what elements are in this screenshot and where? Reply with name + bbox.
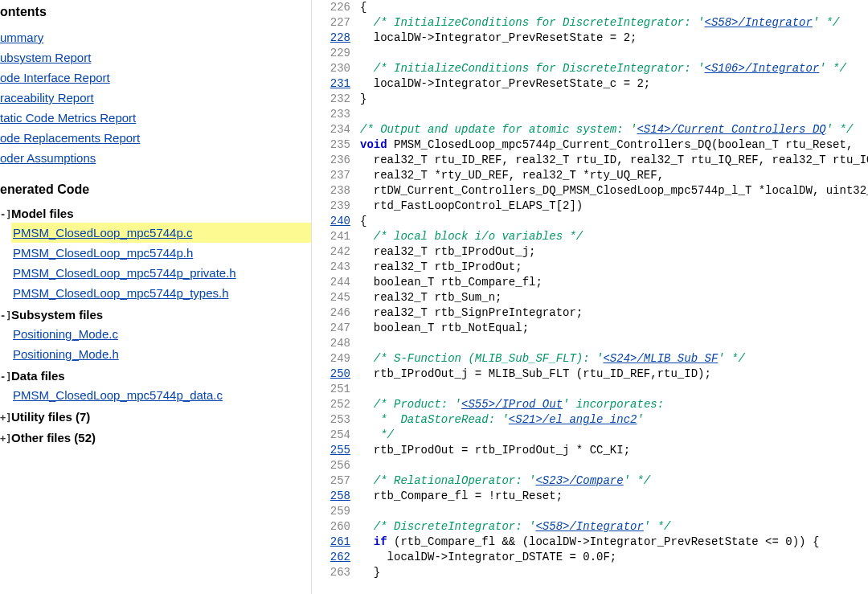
line-number: 242 [312, 244, 360, 260]
code-text: boolean_T rtb_NotEqual; [360, 321, 868, 336]
file-section-header-0[interactable]: -]Model files [0, 202, 312, 223]
file-link[interactable]: PMSM_ClosedLoop_mpc5744p.c [13, 226, 192, 240]
tree-toggle-icon[interactable]: -] [0, 371, 10, 383]
code-line: 238 rtDW_Current_Controllers_DQ_PMSM_Clo… [312, 183, 868, 199]
code-line: 242 real32_T rtb_IProdOut_j; [312, 244, 868, 260]
line-number[interactable]: 228 [312, 31, 360, 46]
file-link[interactable]: Positioning_Mode.c [13, 327, 118, 341]
code-crossref-link[interactable]: <S55>/IProd Out [461, 398, 563, 411]
code-text: localDW->Integrator_DSTATE = 0.0F; [360, 550, 868, 565]
line-number: 248 [312, 336, 360, 351]
code-crossref-link[interactable]: <S23>/Compare [535, 474, 623, 487]
code-crossref-link[interactable]: <S24>/MLIB_Sub_SF [603, 352, 718, 365]
code-line: 261 if (rtb_Compare_fl && (localDW->Inte… [312, 535, 868, 550]
code-text: { [360, 0, 868, 15]
file-section-header-2[interactable]: -]Data files [0, 364, 312, 385]
line-number[interactable]: 261 [312, 535, 360, 550]
tree-toggle-icon[interactable]: +] [0, 412, 10, 424]
nav-link-1[interactable]: ubsystem Report [0, 51, 91, 64]
nav-link-5[interactable]: ode Replacements Report [0, 131, 140, 145]
source-code-pane[interactable]: 226{227 /* InitializeConditions for Disc… [312, 0, 868, 594]
code-line: 227 /* InitializeConditions for Discrete… [312, 15, 868, 31]
file-section-header-1[interactable]: -]Subsystem files [0, 303, 312, 324]
file-sections: -]Model filesPMSM_ClosedLoop_mpc5744p.cP… [0, 202, 312, 447]
code-text: } [360, 565, 868, 580]
code-text: /* DiscreteIntegrator: '<S58>/Integrator… [360, 519, 868, 535]
code-crossref-link[interactable]: <S21>/el_angle_inc2 [509, 413, 637, 426]
line-number[interactable]: 262 [312, 550, 360, 565]
file-item: PMSM_ClosedLoop_mpc5744p_data.c [11, 385, 312, 405]
file-link[interactable]: PMSM_ClosedLoop_mpc5744p_data.c [13, 388, 223, 402]
line-number[interactable]: 240 [312, 214, 360, 229]
nav-link-4[interactable]: tatic Code Metrics Report [0, 111, 136, 125]
nav-item-0: ummary [0, 27, 312, 47]
code-line: 228 localDW->Integrator_PrevResetState =… [312, 31, 868, 46]
code-text: rtd_FastLoopControl_ELAPS_T[2]) [360, 199, 868, 214]
code-line: 233 [312, 107, 868, 122]
nav-link-2[interactable]: ode Interface Report [0, 71, 110, 84]
code-line: 249 /* S-Function (MLIB_Sub_SF_FLT): '<S… [312, 351, 868, 367]
code-text: real32_T rtb_IProdOut_j; [360, 244, 868, 260]
line-number[interactable]: 255 [312, 443, 360, 458]
tree-toggle-icon[interactable]: +] [0, 433, 10, 444]
line-number: 227 [312, 15, 360, 31]
nav-item-5: ode Replacements Report [0, 128, 312, 148]
line-number[interactable]: 250 [312, 367, 360, 382]
line-number[interactable]: 258 [312, 489, 360, 504]
file-link[interactable]: PMSM_ClosedLoop_mpc5744p_private.h [13, 266, 236, 280]
tree-toggle-icon[interactable]: -] [0, 209, 10, 220]
file-section-label: Subsystem files [11, 308, 103, 322]
nav-link-3[interactable]: raceability Report [0, 91, 94, 104]
contents-heading: ontents [0, 5, 312, 27]
line-number: 244 [312, 275, 360, 290]
line-number: 260 [312, 519, 360, 535]
file-section-label: Other files (52) [11, 431, 96, 444]
code-line: 235void PMSM_ClosedLoop_mpc5744p_Current… [312, 137, 868, 153]
file-link[interactable]: PMSM_ClosedLoop_mpc5744p.h [13, 246, 193, 260]
code-crossref-link[interactable]: <S106>/Integrator [704, 62, 819, 75]
code-line: 240{ [312, 214, 868, 229]
line-number: 249 [312, 351, 360, 367]
code-crossref-link[interactable]: <S58>/Integrator [535, 520, 643, 533]
line-number[interactable]: 231 [312, 76, 360, 92]
tree-toggle-icon[interactable]: -] [0, 310, 10, 322]
code-line: 259 [312, 504, 868, 519]
code-line: 229 [312, 46, 868, 61]
line-number: 253 [312, 412, 360, 428]
file-section-header-3[interactable]: +]Utility files (7) [0, 405, 312, 426]
code-line: 262 localDW->Integrator_DSTATE = 0.0F; [312, 550, 868, 565]
code-crossref-link[interactable]: <S58>/Integrator [704, 16, 812, 29]
report-sidebar: ontents ummaryubsystem Reportode Interfa… [0, 0, 312, 594]
file-link[interactable]: PMSM_ClosedLoop_mpc5744p_types.h [13, 286, 229, 300]
code-line: 257 /* RelationalOperator: '<S23>/Compar… [312, 473, 868, 489]
code-line: 246 real32_T rtb_SignPreIntegrator; [312, 305, 868, 321]
code-line: 258 rtb_Compare_fl = !rtu_Reset; [312, 489, 868, 504]
code-text [360, 458, 868, 473]
code-text: /* InitializeConditions for DiscreteInte… [360, 61, 868, 76]
file-section-label: Utility files (7) [11, 410, 90, 424]
file-section-header-4[interactable]: +]Other files (52) [0, 426, 312, 447]
code-line: 252 /* Product: '<S55>/IProd Out' incorp… [312, 397, 868, 412]
line-number: 252 [312, 397, 360, 412]
line-number: 241 [312, 229, 360, 244]
code-crossref-link[interactable]: <S14>/Current_Controllers_DQ [637, 123, 825, 136]
code-text: /* S-Function (MLIB_Sub_SF_FLT): '<S24>/… [360, 351, 868, 367]
nav-link-0[interactable]: ummary [0, 31, 43, 44]
code-text: localDW->Integrator_PrevResetState_c = 2… [360, 76, 868, 92]
code-line: 241 /* local block i/o variables */ [312, 229, 868, 244]
file-link[interactable]: Positioning_Mode.h [13, 347, 119, 361]
code-text: /* RelationalOperator: '<S23>/Compare' *… [360, 473, 868, 489]
code-line: 251 [312, 382, 868, 397]
code-line: 250 rtb_IProdOut_j = MLIB_Sub_FLT (rtu_I… [312, 367, 868, 382]
file-item: PMSM_ClosedLoop_mpc5744p.c [11, 223, 312, 243]
code-line: 243 real32_T rtb_IProdOut; [312, 260, 868, 275]
code-line: 244 boolean_T rtb_Compare_fl; [312, 275, 868, 290]
line-number: 257 [312, 473, 360, 489]
nav-item-3: raceability Report [0, 88, 312, 108]
code-text: rtb_IProdOut_j = MLIB_Sub_FLT (rtu_ID_RE… [360, 367, 868, 382]
line-number: 243 [312, 260, 360, 275]
code-line: 232} [312, 92, 868, 107]
code-text: /* InitializeConditions for DiscreteInte… [360, 15, 868, 31]
nav-item-4: tatic Code Metrics Report [0, 108, 312, 128]
nav-link-6[interactable]: oder Assumptions [0, 151, 96, 165]
